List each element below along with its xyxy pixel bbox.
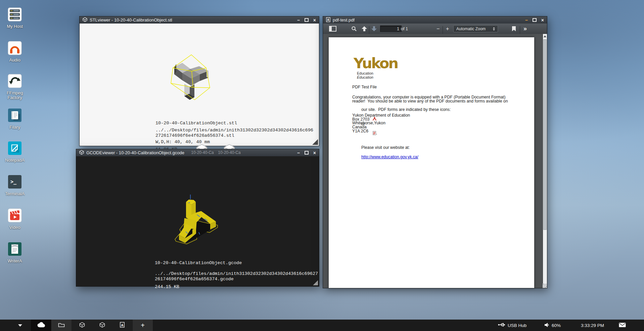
taskbar-file-manager-button[interactable] xyxy=(51,320,72,331)
yukon-logo: Yukon xyxy=(354,55,398,72)
desktop-icon-writera[interactable]: WriterA xyxy=(1,242,29,263)
envelope-icon xyxy=(619,323,626,328)
taskbar-stlviewer-button[interactable] xyxy=(72,320,92,331)
stl-dimensions: W,D,H: 40, 40, 40 mm xyxy=(155,139,210,144)
zoom-out-button[interactable]: − xyxy=(436,24,440,34)
zoom-select-value: Automatic Zoom xyxy=(456,27,491,31)
chevron-down-icon xyxy=(18,324,22,327)
more-tools-button[interactable]: » xyxy=(523,24,527,34)
next-page-button[interactable] xyxy=(371,24,377,34)
spinner-arrows-icon xyxy=(493,27,495,31)
stl-path-line2: 2726174696f6e4f626a656374.stl xyxy=(155,133,234,138)
cube-icon xyxy=(99,322,105,329)
tray-clock: 3:33:29 PM xyxy=(581,320,604,331)
gcode-window-title: GCODEviewer - 10-20-40-CalibrationObject… xyxy=(86,150,184,155)
svg-text:A: A xyxy=(327,18,329,22)
pdf-file-icon: A xyxy=(326,17,330,23)
server-icon xyxy=(8,7,22,22)
desktop-icon-label: Video xyxy=(1,225,29,230)
close-button[interactable]: × xyxy=(541,18,544,23)
resize-grip[interactable] xyxy=(312,139,318,145)
stl-titlebar[interactable]: STLviewer - 10-20-40-CalibrationObject.s… xyxy=(80,16,319,24)
minimize-button[interactable]: − xyxy=(297,151,300,155)
page-number-input[interactable] xyxy=(380,26,402,32)
gcode-path-line1: ../../Desktop/files/admin/inith31302d323… xyxy=(155,271,318,276)
terminal-icon: >_ xyxy=(8,175,22,189)
gcode-path-line2: 26174696f6e4f626a656374.gcode xyxy=(155,277,234,282)
desktop-icon-label: NotepadA xyxy=(1,158,29,163)
desktop-icon-my-host[interactable]: My Host xyxy=(1,7,29,29)
website-link[interactable]: http://www.education.gov.yk.ca/ xyxy=(361,155,418,159)
taskbar-expand-button[interactable] xyxy=(10,320,30,331)
logo-subtitle-en: Education xyxy=(357,71,373,75)
speaker-icon xyxy=(545,323,549,328)
desktop-icon-video[interactable]: Video xyxy=(1,208,29,230)
svg-text:A: A xyxy=(121,323,124,327)
clapperboard-play-icon xyxy=(8,208,22,222)
desktop-icon-label: WriterA xyxy=(1,259,29,263)
cube-icon xyxy=(83,17,87,23)
file-icon-label: 10-20-40-Ca xyxy=(218,150,241,155)
tray-usb-item[interactable]: USB Hub xyxy=(498,320,526,331)
pdf-file-icon: A xyxy=(120,322,125,329)
maximize-button[interactable] xyxy=(305,151,309,155)
taskbar-cloud-button[interactable] xyxy=(31,320,51,331)
taskbar-new-button[interactable]: + xyxy=(133,320,153,331)
book-icon xyxy=(8,108,22,122)
page-count-label: of 1 xyxy=(401,24,408,34)
pdf-scrollbar[interactable] xyxy=(543,34,547,288)
zoom-in-button[interactable]: + xyxy=(446,24,449,34)
scrollbar-thumb[interactable] xyxy=(543,39,547,230)
website-prefix-text: Please visit our website at: xyxy=(361,145,410,150)
resize-grip[interactable] xyxy=(543,284,547,288)
close-button[interactable]: × xyxy=(313,18,316,23)
sidebar-toggle-button[interactable] xyxy=(329,24,336,34)
stl-viewer-window: STLviewer - 10-20-40-CalibrationObject.s… xyxy=(79,16,319,146)
file-icon-stl-cube[interactable] xyxy=(196,144,208,149)
plus-icon: + xyxy=(141,322,145,329)
pdf-titlebar[interactable]: A pdf-test.pdf − × xyxy=(323,16,547,24)
maximize-button[interactable] xyxy=(533,18,537,22)
pdf-viewport[interactable]: Yukon Education Éducation PDF Test File … xyxy=(323,34,543,288)
desktop-icon-audio[interactable]: Audio xyxy=(1,41,29,63)
search-icon[interactable] xyxy=(351,24,357,34)
gcode-filesize: 244.15 KB xyxy=(155,284,179,289)
paragraph-period: . xyxy=(376,131,377,135)
maximize-button[interactable] xyxy=(305,18,309,22)
cube-icon xyxy=(79,322,85,329)
tray-mail-item[interactable] xyxy=(619,320,626,331)
gcode-filename: 10-20-40-CalibrationObject.gcode xyxy=(155,260,242,265)
zoom-select-dropdown[interactable]: Automatic Zoom xyxy=(453,25,498,32)
logo-subtitle-fr: Éducation xyxy=(357,75,373,79)
desktop-icon-label: FFmpeg Factory xyxy=(1,91,29,100)
resize-grip[interactable] xyxy=(313,280,318,285)
desktop-icon-filary[interactable]: Filary xyxy=(1,108,29,130)
svg-text:>_: >_ xyxy=(10,179,17,185)
close-button[interactable]: × xyxy=(313,151,316,155)
tray-volume-item[interactable]: 60% xyxy=(545,320,561,331)
stl-filename: 10-20-40-CalibrationObject.stl xyxy=(155,121,237,126)
desktop-icon-label: My Host xyxy=(1,24,29,29)
page-number-field xyxy=(380,24,402,34)
gcode-3d-viewport[interactable]: 10-20-40-CalibrationObject.gcode ../../D… xyxy=(76,156,319,286)
gcode-viewer-window: GCODEviewer - 10-20-40-CalibrationObject… xyxy=(76,149,319,287)
minimize-button[interactable]: − xyxy=(297,18,300,23)
scroll-up-arrow-icon[interactable] xyxy=(544,35,546,37)
minimize-button[interactable]: − xyxy=(525,18,528,23)
document-icon xyxy=(8,242,22,256)
stl-window-title: STLviewer - 10-20-40-CalibrationObject.s… xyxy=(90,17,172,23)
bookmark-icon[interactable] xyxy=(512,24,516,34)
volume-label: 60% xyxy=(552,323,561,328)
taskbar-gcodeviewer-button[interactable] xyxy=(92,320,112,331)
previous-page-button[interactable] xyxy=(362,24,367,34)
stl-path-line1: ../../Desktop/files/admin/inith31302d323… xyxy=(155,128,313,133)
desktop-icon-notepada[interactable]: NotepadA xyxy=(1,141,29,163)
website-line: Please visit our website at: http://www.… xyxy=(352,140,418,164)
taskbar-pdf-button[interactable]: A xyxy=(112,320,132,331)
headphones-icon xyxy=(8,41,22,55)
desktop-icon-ffmpeg-factory[interactable]: FFmpeg Factory xyxy=(1,74,29,100)
stl-3d-viewport[interactable]: 10-20-40-CalibrationObject.stl ../../Des… xyxy=(80,24,319,146)
desktop-icon-terminala[interactable]: >_ TerminalA xyxy=(1,175,29,196)
file-icon-gcode-cube[interactable] xyxy=(223,144,235,149)
pdf-viewer-window: A pdf-test.pdf − × of 1 − + xyxy=(323,16,547,288)
